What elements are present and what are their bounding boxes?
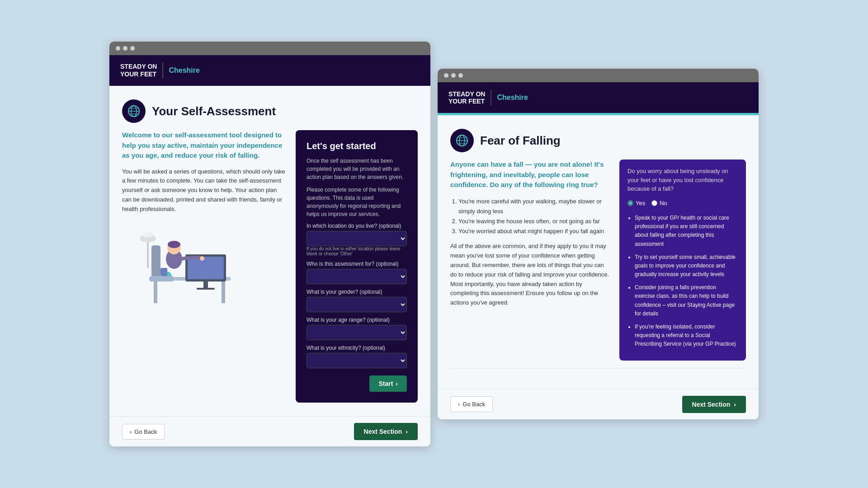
page-content-right: Fear of Falling Anyone can have a fall —… [438, 115, 759, 389]
yes-option[interactable]: Yes [627, 200, 645, 206]
start-arrow-icon: › [396, 380, 398, 387]
illustration [122, 218, 240, 309]
fall-icon [455, 134, 469, 147]
logo-left: STEADY ON YOUR FEET Cheshire [120, 62, 200, 79]
start-button[interactable]: Start › [369, 375, 407, 392]
svg-rect-19 [147, 239, 149, 268]
logo-text-right: STEADY ON YOUR FEET [448, 90, 485, 106]
intro-text: Welcome to our self-assessment tool desi… [122, 130, 287, 161]
browser-chrome-right [438, 69, 759, 82]
browser-dot-3 [130, 46, 135, 51]
body-text: You will be asked a series of questions,… [122, 167, 287, 214]
page-title-left: Your Self-Assessment [152, 104, 276, 118]
ethnicity-select[interactable] [307, 353, 407, 368]
fear-intro: Anyone can have a fall — you are not alo… [450, 160, 610, 190]
section-icon-left [122, 99, 146, 123]
title-row-right: Fear of Falling [450, 129, 746, 152]
ethnicity-label: What is your ethnicity? (optional) [307, 345, 407, 351]
radio-row: Yes No [627, 200, 738, 206]
advice-item-3: Consider joining a falls prevention exer… [635, 283, 738, 318]
list-item-3: You're worried about what might happen i… [458, 226, 610, 236]
svg-point-21 [142, 232, 153, 238]
right-browser-window: STEADY ON YOUR FEET Cheshire Fear of Fal… [438, 69, 759, 419]
logo-right: STEADY ON YOUR FEET Cheshire [448, 89, 528, 106]
list-item-1: You're more careful with your walking, m… [458, 197, 610, 216]
next-arrow-icon-right: › [734, 401, 736, 408]
location-label: In which location do you live? (optional… [307, 223, 407, 229]
svg-rect-13 [160, 268, 167, 276]
list-item-2: You're leaving the house less often, or … [458, 216, 610, 226]
go-back-arrow-icon-right: ‹ [458, 401, 460, 408]
left-col: Welcome to our self-assessment tool desi… [122, 130, 287, 309]
location-hint: If you do not live in either location pl… [307, 246, 407, 256]
age-range-label: What is your age range? (optional) [307, 317, 407, 323]
left-browser-window: STEADY ON YOUR FEET Cheshire Your Self-A… [109, 42, 430, 446]
advice-item-4: If you're feeling isolated, consider req… [635, 323, 738, 349]
next-section-button-right[interactable]: Next Section › [682, 396, 746, 413]
footer-left: ‹ Go Back Next Section › [109, 416, 430, 446]
form-card-desc1: Once the self assessment has been comple… [307, 157, 407, 181]
region-label-left: Cheshire [169, 66, 199, 75]
section-icon-right [450, 129, 474, 152]
go-back-arrow-icon-left: ‹ [130, 428, 132, 435]
globe-icon [127, 104, 141, 118]
for-whom-label: Who is this assessment for? (optional) [307, 261, 407, 267]
next-arrow-icon-left: › [406, 428, 408, 435]
form-card-title: Let's get started [307, 141, 407, 151]
browser-dot-r3 [458, 73, 463, 78]
gender-select[interactable] [307, 297, 407, 312]
page-content-left: Your Self-Assessment Welcome to our self… [109, 86, 430, 416]
gender-label: What is your gender? (optional) [307, 289, 407, 295]
browser-dot-r1 [444, 73, 448, 78]
fear-left: Anyone can have a fall — you are not alo… [450, 160, 610, 360]
advice-question: Do you worry about being unsteady on you… [627, 167, 738, 193]
yes-radio[interactable] [627, 200, 633, 206]
for-whom-select[interactable] [307, 269, 407, 284]
divider [450, 368, 746, 368]
logo-text-left: STEADY ON YOUR FEET [120, 63, 157, 78]
browser-chrome-left [109, 42, 430, 55]
browser-dot-r2 [451, 73, 456, 78]
advice-item-2: Try to set yourself some small, achievab… [635, 253, 738, 279]
go-back-button-left[interactable]: ‹ Go Back [122, 424, 165, 440]
svg-point-18 [200, 256, 204, 261]
logo-divider-right [491, 89, 491, 106]
header-right: STEADY ON YOUR FEET Cheshire [438, 82, 759, 113]
region-label-right: Cheshire [497, 94, 528, 102]
next-section-button-left[interactable]: Next Section › [354, 423, 418, 440]
age-range-select[interactable] [307, 325, 407, 340]
person-illustration [122, 218, 240, 309]
no-radio[interactable] [651, 200, 657, 206]
svg-rect-14 [151, 245, 160, 277]
browser-dot-2 [123, 46, 127, 51]
go-back-button-right[interactable]: ‹ Go Back [450, 396, 493, 412]
browser-dot-1 [116, 46, 120, 51]
fear-list: You're more careful with your walking, m… [450, 197, 610, 236]
header-left: STEADY ON YOUR FEET Cheshire [109, 55, 430, 86]
advice-item-1: Speak to your GP/ health or social care … [635, 214, 738, 249]
form-card-desc2: Please complete some of the following qu… [307, 186, 407, 218]
no-label: No [660, 200, 667, 206]
fear-body: All of the above are common, and if they… [450, 242, 610, 308]
no-option[interactable]: No [651, 200, 667, 206]
svg-rect-22 [149, 276, 174, 282]
location-select[interactable] [307, 231, 407, 246]
page-title-right: Fear of Falling [480, 134, 561, 148]
yes-label: Yes [636, 200, 645, 206]
footer-right: ‹ Go Back Next Section › [438, 389, 759, 419]
two-col-layout: Welcome to our self-assessment tool desi… [122, 130, 418, 403]
svg-rect-11 [197, 288, 215, 290]
advice-card: Do you worry about being unsteady on you… [619, 160, 746, 360]
advice-list: Speak to your GP/ health or social care … [627, 214, 738, 349]
svg-rect-9 [188, 257, 224, 279]
form-card: Let's get started Once the self assessme… [296, 130, 418, 403]
logo-divider-left [162, 62, 163, 79]
svg-point-17 [168, 241, 180, 248]
svg-rect-6 [154, 281, 157, 303]
svg-rect-7 [222, 281, 225, 303]
title-row-left: Your Self-Assessment [122, 99, 418, 123]
fear-content: Anyone can have a fall — you are not alo… [450, 160, 746, 360]
svg-rect-10 [203, 282, 208, 288]
